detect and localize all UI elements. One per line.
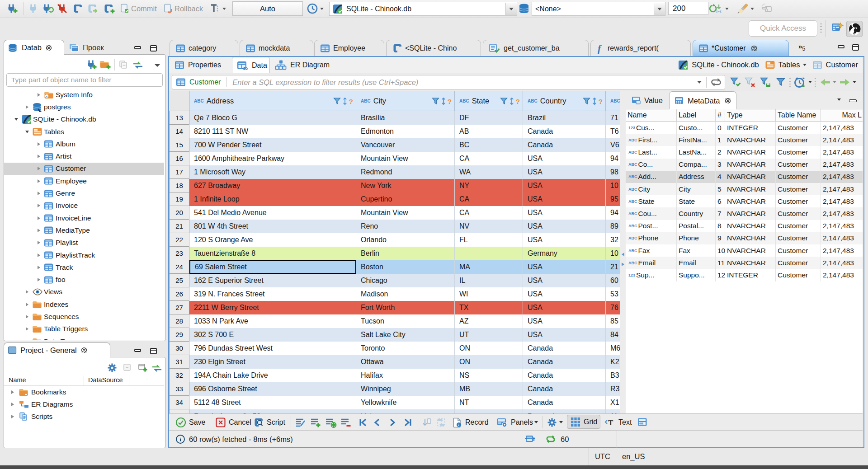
close-editor-tab-icon[interactable] <box>750 45 758 52</box>
grid-cell[interactable]: WI <box>455 287 523 301</box>
schema-selector-dropdown[interactable] <box>654 3 665 15</box>
previous-result-caret[interactable] <box>833 81 836 83</box>
grid-cell[interactable]: Canada <box>523 382 606 396</box>
dbeaver-perspective-button[interactable] <box>846 21 863 37</box>
tree-item-mediatype[interactable]: MediaType <box>4 224 164 236</box>
generate-mock-data-button[interactable] <box>736 3 749 14</box>
project-column-name[interactable]: Name <box>9 376 26 384</box>
grid-cell[interactable]: Berlin <box>356 247 455 260</box>
grid-cell[interactable]: Toronto <box>356 342 455 355</box>
connect-button[interactable] <box>28 4 38 14</box>
editor-minimize-icon[interactable] <box>837 44 845 51</box>
grid-cell[interactable]: 230 Elgin Street <box>189 355 356 369</box>
tree-collapsed-arrow-icon[interactable] <box>37 191 41 196</box>
close-metadata-tab-icon[interactable] <box>724 97 731 104</box>
navigator-minimize-icon[interactable] <box>134 45 142 52</box>
tree-collapsed-arrow-icon[interactable] <box>37 240 41 245</box>
tree-item-data-types[interactable]: Data Types <box>4 335 164 340</box>
reconnect-button[interactable] <box>42 4 54 14</box>
tree-collapsed-arrow-icon[interactable] <box>10 414 15 419</box>
toolbar-drag-handle[interactable] <box>820 23 822 34</box>
grid-cell[interactable]: 76 <box>606 301 620 314</box>
grid-cell[interactable]: TX <box>455 301 523 314</box>
tree-item-sequences[interactable]: Sequences <box>4 310 164 323</box>
grid-cell[interactable]: Canada <box>523 138 606 152</box>
project-item-scripts[interactable]: Scripts <box>4 410 164 422</box>
grid-cell[interactable]: IL <box>455 274 523 287</box>
record-mode-button[interactable]: Record <box>452 414 489 431</box>
metadata-row-lastna-[interactable]: ABCLast...LastNa...2NVARCHARCustomer2,14… <box>626 146 863 158</box>
breadcrumb-container[interactable]: Tables <box>778 61 800 69</box>
open-editor-perspective-icon[interactable] <box>831 22 844 33</box>
locale-indicator[interactable]: en_US <box>622 448 645 465</box>
grid-column-header-partial[interactable]: ABC <box>606 91 620 111</box>
tree-collapsed-arrow-icon[interactable] <box>25 290 29 294</box>
metadata-row-state[interactable]: ABCStateState6NVARCHARCustomer2,147,483 <box>626 195 863 207</box>
panels-caret[interactable] <box>534 421 538 423</box>
close-project-tab-icon[interactable] <box>80 347 88 354</box>
breadcrumb-entity[interactable]: Customer <box>826 61 858 69</box>
rollback-icon[interactable] <box>163 3 174 14</box>
grid-cell[interactable]: MB <box>455 382 523 396</box>
new-connection-button[interactable] <box>6 4 18 14</box>
panels-button[interactable]: Panels <box>496 414 533 431</box>
grid-cell[interactable]: 10 <box>606 179 620 192</box>
script-button[interactable]: Script <box>253 414 285 431</box>
grid-cell[interactable]: 5112 48 Street <box>189 396 356 409</box>
grid-cell[interactable]: NS <box>455 369 523 382</box>
custom-filter-icon[interactable] <box>776 77 786 88</box>
tree-expanded-arrow-icon[interactable] <box>14 117 19 122</box>
delete-row-button[interactable] <box>340 414 352 431</box>
grid-cell[interactable]: Canada <box>523 125 606 138</box>
tree-item-table-triggers[interactable]: Table Triggers <box>4 323 164 335</box>
grid-row-number[interactable]: 17 <box>169 165 189 179</box>
tree-item-indexes[interactable]: Indexes <box>4 298 164 310</box>
commit-icon[interactable] <box>119 3 130 14</box>
next-result-caret[interactable] <box>853 81 856 83</box>
fetch-size-input[interactable]: 200 <box>668 2 708 15</box>
calc-panel-button[interactable] <box>637 414 648 431</box>
grid-cell[interactable]: Tucson <box>356 314 455 328</box>
commit-label[interactable]: Commit <box>131 0 157 17</box>
next-row-button[interactable] <box>389 414 396 431</box>
tree-collapsed-arrow-icon[interactable] <box>25 105 29 109</box>
project-link-icon[interactable] <box>151 363 163 373</box>
editor-tab-mockdata[interactable]: mockdata <box>240 40 313 56</box>
grid-cell[interactable]: Orlando <box>356 233 455 247</box>
grid-cell[interactable]: CA <box>455 152 523 165</box>
project-column-datasource[interactable]: DataSource <box>88 376 123 384</box>
grid-cell[interactable]: 627 Broadway <box>189 179 356 192</box>
refresh-results-icon[interactable] <box>710 77 722 88</box>
grid-cell[interactable]: Qe 7 Bloco G <box>189 111 356 125</box>
grid-row-number[interactable]: 16 <box>169 152 189 165</box>
grid-row-number[interactable]: 19 <box>169 192 189 206</box>
grid-cell[interactable]: 53 <box>606 287 620 301</box>
tab-metadata[interactable]: MetaData <box>669 91 736 110</box>
disconnect-button[interactable] <box>57 4 68 14</box>
grid-row-number[interactable]: 32 <box>169 369 189 382</box>
tree-item-foo[interactable]: foo <box>4 273 164 286</box>
grid-cell[interactable]: USA <box>523 274 606 287</box>
metadata-row-phone[interactable]: ABCPhonePhone9NVARCHARCustomer2,147,483 <box>626 232 863 244</box>
transaction-log-caret[interactable] <box>320 8 324 10</box>
grid-cell[interactable] <box>455 247 523 260</box>
grid-cell[interactable]: Cupertino <box>356 192 455 206</box>
grid-cell[interactable]: NY <box>455 179 523 192</box>
settings-caret[interactable] <box>559 421 563 423</box>
grid-cell[interactable]: USA <box>523 220 606 233</box>
metadata-column-label[interactable]: Label <box>677 109 716 122</box>
grid-cell[interactable]: 2211 W Berry Street <box>189 301 356 314</box>
grid-cell[interactable]: AZ <box>455 314 523 328</box>
grid-cell[interactable]: Tauentzienstraße 8 <box>189 247 356 260</box>
navigator-menu-icon[interactable] <box>154 63 161 68</box>
metadata-row-compa-[interactable]: ABCCo...Compa...3NVARCHARCustomer2,147,4… <box>626 159 863 171</box>
grid-cell[interactable]: 21 <box>606 260 620 274</box>
grid-cell[interactable]: 60 <box>606 274 620 287</box>
tree-item-postgres[interactable]: postgres <box>4 101 164 113</box>
editor-tab--customer[interactable]: *Customer <box>693 40 789 56</box>
tab-projects[interactable]: Проек <box>69 41 104 55</box>
tab-value[interactable]: Value <box>628 91 667 109</box>
grid-cell[interactable]: Mountain View <box>356 152 455 165</box>
quick-access-input[interactable]: Quick Access <box>749 20 817 37</box>
grid-cell[interactable]: B3 <box>606 369 620 382</box>
